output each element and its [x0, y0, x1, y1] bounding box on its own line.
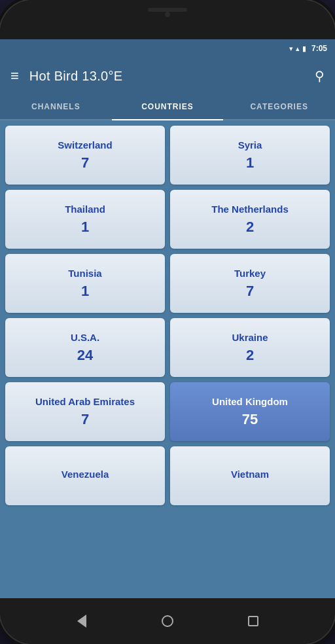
wifi-icon: ▾ [289, 45, 293, 53]
country-card[interactable]: United Kingdom75 [170, 382, 330, 441]
countries-grid: Switzerland7Syria1Thailand1The Netherlan… [5, 126, 330, 505]
country-card[interactable]: Tunisia1 [5, 254, 165, 313]
country-name: Switzerland [58, 139, 112, 151]
country-name: U.S.A. [71, 332, 99, 343]
country-card[interactable]: The Netherlands2 [170, 190, 330, 249]
tabs-bar: CHANNELS COUNTRIES CATEGORIES [0, 94, 335, 120]
tab-categories[interactable]: CATEGORIES [223, 94, 335, 119]
home-icon [162, 615, 173, 627]
country-card[interactable]: Switzerland7 [5, 126, 165, 185]
country-name: United Arab Emirates [35, 396, 135, 407]
country-card[interactable]: Syria1 [170, 126, 330, 185]
country-count: 1 [81, 219, 89, 236]
app-header: ≡ Hot Bird 13.0°E ⚲ [0, 58, 335, 94]
country-count: 1 [81, 283, 89, 300]
country-name: The Netherlands [211, 204, 289, 215]
country-card[interactable]: Vietnam [170, 446, 330, 505]
country-count: 2 [246, 219, 254, 236]
phone-top [0, 0, 335, 39]
screen: ▾ ▴ ▮ 7:05 ≡ Hot Bird 13.0°E ⚲ CHANNELS … [0, 39, 335, 598]
country-name: Ukraine [232, 332, 268, 343]
country-card[interactable]: United Arab Emirates7 [5, 382, 165, 441]
country-card[interactable]: U.S.A.24 [5, 318, 165, 377]
country-count: 7 [81, 411, 89, 428]
country-name: Turkey [234, 268, 266, 279]
menu-icon[interactable]: ≡ [10, 67, 19, 84]
country-count: 7 [81, 154, 89, 171]
front-camera [165, 12, 170, 17]
signal-icon: ▴ [296, 45, 300, 53]
country-count: 7 [246, 283, 254, 300]
search-icon[interactable]: ⚲ [315, 68, 325, 84]
country-card[interactable]: Turkey7 [170, 254, 330, 313]
recents-icon [248, 616, 258, 626]
country-card[interactable]: Venezuela [5, 446, 165, 505]
phone-frame: ▾ ▴ ▮ 7:05 ≡ Hot Bird 13.0°E ⚲ CHANNELS … [0, 0, 335, 644]
home-button[interactable] [160, 613, 175, 629]
country-name: Vietnam [231, 469, 269, 480]
country-card[interactable]: Ukraine2 [170, 318, 330, 377]
country-count: 24 [77, 347, 93, 364]
status-icons: ▾ ▴ ▮ [289, 45, 306, 53]
back-icon [77, 615, 86, 628]
country-name: Tunisia [68, 268, 101, 279]
countries-grid-area: Switzerland7Syria1Thailand1The Netherlan… [0, 120, 335, 598]
country-count: 75 [242, 411, 258, 428]
phone-bottom [0, 598, 335, 644]
country-card[interactable]: Thailand1 [5, 190, 165, 249]
country-name: United Kingdom [212, 396, 288, 407]
tab-countries[interactable]: COUNTRIES [112, 94, 224, 119]
battery-icon: ▮ [302, 45, 306, 53]
app-title: Hot Bird 13.0°E [29, 69, 304, 84]
country-name: Thailand [65, 204, 105, 215]
recents-button[interactable] [245, 613, 261, 629]
country-name: Syria [238, 139, 262, 151]
status-time: 7:05 [311, 44, 327, 53]
country-count: 1 [246, 154, 254, 171]
tab-channels[interactable]: CHANNELS [0, 94, 112, 119]
country-count: 2 [246, 347, 254, 364]
status-bar: ▾ ▴ ▮ 7:05 [0, 39, 335, 58]
back-button[interactable] [74, 613, 90, 629]
country-name: Venezuela [62, 469, 109, 480]
